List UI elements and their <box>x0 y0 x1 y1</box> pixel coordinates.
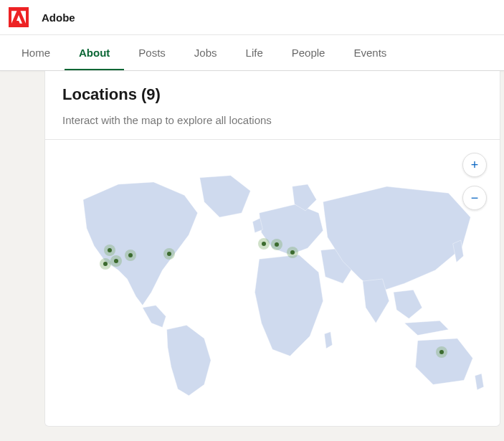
location-pin[interactable] <box>104 245 115 256</box>
location-pin[interactable] <box>436 346 447 358</box>
location-pin[interactable] <box>110 255 122 267</box>
minus-icon: − <box>471 191 479 206</box>
location-pin[interactable] <box>100 258 111 270</box>
locations-title: Locations (9) <box>62 85 482 104</box>
nav-tabs: Home About Posts Jobs Life People Events <box>0 35 504 71</box>
adobe-logo-icon <box>9 7 29 27</box>
locations-card: Locations (9) Interact with the map to e… <box>44 71 500 427</box>
location-pin[interactable] <box>271 239 282 250</box>
company-header: Adobe <box>0 0 504 35</box>
world-map-graphic <box>52 153 493 405</box>
tab-life[interactable]: Life <box>232 35 277 70</box>
locations-map[interactable]: + − <box>45 140 500 412</box>
locations-card-header: Locations (9) Interact with the map to e… <box>45 71 500 140</box>
locations-subtitle: Interact with the map to explore all loc… <box>62 114 482 126</box>
location-pin[interactable] <box>163 248 175 260</box>
plus-icon: + <box>471 158 479 173</box>
location-pin[interactable] <box>287 247 298 258</box>
location-pin[interactable] <box>125 250 136 261</box>
location-pin[interactable] <box>258 238 270 250</box>
tab-people[interactable]: People <box>277 35 340 70</box>
tab-jobs[interactable]: Jobs <box>180 35 232 70</box>
zoom-in-button[interactable]: + <box>462 153 487 177</box>
tab-about[interactable]: About <box>65 35 124 70</box>
tab-events[interactable]: Events <box>339 35 401 70</box>
map-zoom-controls: + − <box>462 153 487 210</box>
tab-posts[interactable]: Posts <box>124 35 180 70</box>
tab-home[interactable]: Home <box>7 35 65 70</box>
zoom-out-button[interactable]: − <box>462 186 487 210</box>
company-name: Adobe <box>42 11 75 24</box>
